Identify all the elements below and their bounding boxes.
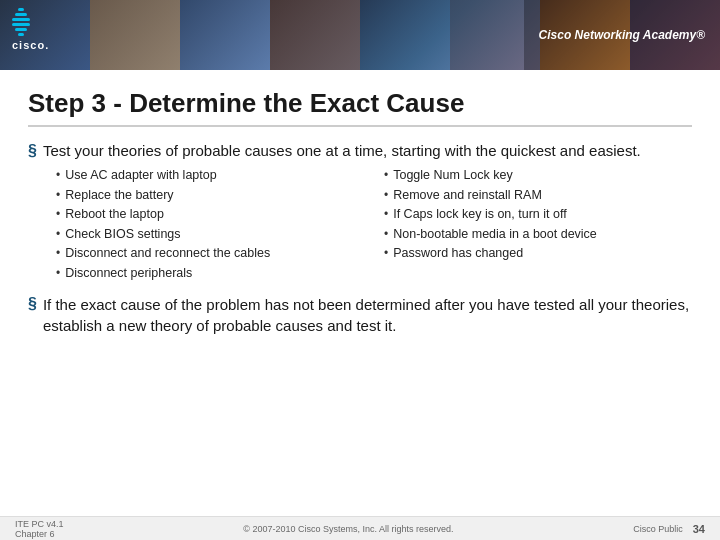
bullet-dot: •: [56, 168, 60, 182]
bullet-item-text: Disconnect peripherals: [65, 265, 192, 283]
bullet-dot: •: [384, 188, 388, 202]
photo-5: [360, 0, 450, 70]
list-item: •Remove and reinstall RAM: [384, 187, 692, 205]
list-item: •Non-bootable media in a boot device: [384, 226, 692, 244]
bullet-dot: •: [384, 168, 388, 182]
cisco-bar-6: [18, 33, 24, 36]
bullet-item-text: Password has changed: [393, 245, 523, 263]
bullet-item-text: Check BIOS settings: [65, 226, 180, 244]
bullet-dot: •: [384, 227, 388, 241]
slide-content: Step 3 - Determine the Exact Cause § Tes…: [0, 70, 720, 358]
bullet-dot: •: [56, 188, 60, 202]
footer-page-number: 34: [693, 523, 705, 535]
list-item: •Disconnect peripherals: [56, 265, 364, 283]
section-1: § Test your theories of probable causes …: [28, 141, 692, 282]
list-item: •Disconnect and reconnect the cables: [56, 245, 364, 263]
footer-left: ITE PC v4.1Chapter 6: [15, 519, 64, 539]
bullet-list: •Use AC adapter with laptop•Replace the …: [56, 167, 692, 282]
bullet-item-text: If Caps lock key is on, turn it off: [393, 206, 566, 224]
section-2-text: If the exact cause of the problem has no…: [43, 294, 692, 336]
cisco-logo: cisco.: [12, 8, 49, 51]
section-1-text: Test your theories of probable causes on…: [43, 141, 641, 161]
cisco-wordmark: cisco.: [12, 39, 49, 51]
bullet-item-text: Remove and reinstall RAM: [393, 187, 542, 205]
cisco-bar-2: [15, 13, 27, 16]
footer-cisco-public: Cisco Public: [633, 524, 683, 534]
section-2-bullet: §: [28, 295, 37, 313]
section-1-bullet: §: [28, 142, 37, 160]
section-2: § If the exact cause of the problem has …: [28, 294, 692, 336]
cisco-bar-5: [15, 28, 27, 31]
bullet-dot: •: [384, 246, 388, 260]
bullet-item-text: Reboot the laptop: [65, 206, 164, 224]
footer: ITE PC v4.1Chapter 6 © 2007-2010 Cisco S…: [0, 516, 720, 540]
photo-4: [270, 0, 360, 70]
networking-academy-text: Cisco Networking Academy®: [539, 28, 705, 42]
cisco-bar-4: [12, 23, 30, 26]
bullet-dot: •: [56, 266, 60, 280]
list-item: •Reboot the laptop: [56, 206, 364, 224]
networking-academy-badge: Cisco Networking Academy®: [524, 0, 720, 70]
bullet-item-text: Replace the battery: [65, 187, 173, 205]
cisco-bar-1: [18, 8, 24, 11]
bullet-item-text: Non-bootable media in a boot device: [393, 226, 597, 244]
photo-3: [180, 0, 270, 70]
bullet-item-text: Disconnect and reconnect the cables: [65, 245, 270, 263]
list-item: •Use AC adapter with laptop: [56, 167, 364, 185]
cisco-bar-3: [12, 18, 30, 21]
list-item: •Password has changed: [384, 245, 692, 263]
cisco-logo-bars: [12, 8, 49, 36]
photo-2: [90, 0, 180, 70]
bullet-dot: •: [56, 227, 60, 241]
bullet-dot: •: [56, 207, 60, 221]
list-item: •Toggle Num Lock key: [384, 167, 692, 185]
section-1-header: § Test your theories of probable causes …: [28, 141, 692, 161]
bullet-dot: •: [56, 246, 60, 260]
bullet-dot: •: [384, 207, 388, 221]
footer-center: © 2007-2010 Cisco Systems, Inc. All righ…: [243, 524, 453, 534]
header-banner: cisco. Cisco Networking Academy®: [0, 0, 720, 70]
footer-course: ITE PC v4.1Chapter 6: [15, 519, 64, 539]
list-item: •Check BIOS settings: [56, 226, 364, 244]
list-item: •Replace the battery: [56, 187, 364, 205]
list-item: •If Caps lock key is on, turn it off: [384, 206, 692, 224]
section-2-header: § If the exact cause of the problem has …: [28, 294, 692, 336]
bullet-item-text: Use AC adapter with laptop: [65, 167, 216, 185]
bullet-item-text: Toggle Num Lock key: [393, 167, 513, 185]
slide-title: Step 3 - Determine the Exact Cause: [28, 88, 692, 127]
